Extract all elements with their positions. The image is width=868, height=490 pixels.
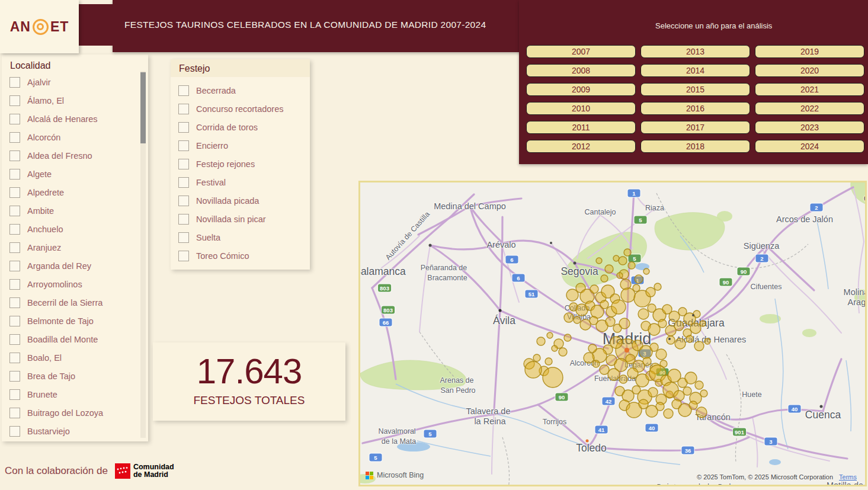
header-bar-step <box>79 4 113 46</box>
localidad-item[interactable]: Boalo, El <box>2 348 148 367</box>
localidad-item[interactable]: Álamo, El <box>2 91 148 110</box>
checkbox-icon[interactable] <box>178 122 189 133</box>
localidad-item[interactable]: Becerril de la Sierra <box>2 293 148 312</box>
localidad-item[interactable]: Brunete <box>2 385 148 403</box>
checkbox-icon[interactable] <box>178 104 189 114</box>
checkbox-icon[interactable] <box>9 279 20 290</box>
terms-link[interactable]: Terms <box>839 473 857 481</box>
page-title: FESTEJOS TAURINOS CELEBRADOS EN LA COMUN… <box>124 20 486 30</box>
checkbox-icon[interactable] <box>178 251 189 261</box>
year-button-2012[interactable]: 2012 <box>526 140 636 153</box>
festejo-item[interactable]: Festejo rejones <box>171 155 310 173</box>
festejo-item[interactable]: Suelta <box>171 228 310 246</box>
year-button-2023[interactable]: 2023 <box>755 121 864 134</box>
localidad-item[interactable]: Boadilla del Monte <box>2 330 148 348</box>
checkbox-icon[interactable] <box>178 159 189 169</box>
year-button-2022[interactable]: 2022 <box>755 102 864 115</box>
checkbox-icon[interactable] <box>9 316 20 326</box>
festejo-item[interactable]: Concurso recortadores <box>171 100 310 118</box>
localidad-item[interactable]: Arroyomolinos <box>2 275 148 293</box>
localidad-item-label: Alcalá de Henares <box>27 114 98 124</box>
localidad-item[interactable]: Ajalvir <box>2 73 148 91</box>
year-button-2007[interactable]: 2007 <box>526 45 636 58</box>
festejo-item[interactable]: Becerrada <box>171 81 310 100</box>
festejos-map[interactable]: Medina del CampoCantalejoRiazaArcos de J… <box>358 181 867 486</box>
year-button-2016[interactable]: 2016 <box>640 102 750 115</box>
checkbox-icon[interactable] <box>178 85 189 96</box>
localidad-item[interactable]: Ambite <box>2 201 148 220</box>
year-button-2017[interactable]: 2017 <box>640 121 750 134</box>
localidad-item[interactable]: Belmonte de Tajo <box>2 312 148 330</box>
festejo-item[interactable]: Toreo Cómico <box>171 246 310 265</box>
localidad-item[interactable]: Aldea del Fresno <box>2 146 148 165</box>
kpi-value: 17.643 <box>153 351 345 392</box>
checkbox-icon[interactable] <box>178 140 189 151</box>
localidad-item-label: Belmonte de Tajo <box>27 316 94 326</box>
checkbox-icon[interactable] <box>9 408 20 418</box>
localidad-item-label: Bustarviejo <box>27 427 70 436</box>
checkbox-icon[interactable] <box>9 371 20 382</box>
dashboard-page: FESTEJOS TAURINOS CELEBRADOS EN LA COMUN… <box>0 0 868 490</box>
year-button-2015[interactable]: 2015 <box>640 83 750 96</box>
year-button-2018[interactable]: 2018 <box>640 140 750 153</box>
checkbox-icon[interactable] <box>9 426 20 437</box>
checkbox-icon[interactable] <box>178 214 189 225</box>
year-button-2020[interactable]: 2020 <box>755 64 864 77</box>
festejo-item[interactable]: Novillada picada <box>171 191 310 210</box>
checkbox-icon[interactable] <box>9 353 20 363</box>
localidad-item-label: Anchuelo <box>27 225 63 234</box>
localidad-item[interactable]: Anchuelo <box>2 220 148 238</box>
checkbox-icon[interactable] <box>178 196 189 206</box>
checkbox-icon[interactable] <box>9 224 20 235</box>
checkbox-icon[interactable] <box>9 334 20 345</box>
year-button-2009[interactable]: 2009 <box>526 83 636 96</box>
checkbox-icon[interactable] <box>9 169 20 180</box>
localidad-item[interactable]: Brea de Tajo <box>2 367 148 385</box>
localidad-item-label: Alcorcón <box>27 133 60 142</box>
festejo-item[interactable]: Encierro <box>171 136 310 155</box>
localidad-item[interactable]: Alcorcón <box>2 128 148 146</box>
localidad-item-label: Algete <box>27 169 52 179</box>
scrollbar-thumb[interactable] <box>140 72 146 143</box>
localidad-item[interactable]: Buitrago del Lozoya <box>2 403 148 422</box>
checkbox-icon[interactable] <box>9 132 20 143</box>
localidad-item[interactable]: Bustarviejo <box>2 422 148 440</box>
festejo-item[interactable]: Corrida de toros <box>171 118 310 136</box>
checkbox-icon[interactable] <box>9 261 20 271</box>
festejo-item-label: Becerrada <box>196 86 236 95</box>
localidad-item-label: Arroyomolinos <box>27 280 82 289</box>
checkbox-icon[interactable] <box>9 187 20 198</box>
localidad-item[interactable]: Alcalá de Henares <box>2 110 148 128</box>
checkbox-icon[interactable] <box>9 242 20 253</box>
year-button-2019[interactable]: 2019 <box>755 45 864 58</box>
year-button-2021[interactable]: 2021 <box>755 83 864 96</box>
anoet-target-icon <box>33 19 49 35</box>
localidad-item[interactable]: Alpedrete <box>2 183 148 201</box>
localidad-item[interactable]: Aranjuez <box>2 238 148 257</box>
localidad-item[interactable]: Arganda del Rey <box>2 257 148 275</box>
year-button-2010[interactable]: 2010 <box>526 102 636 115</box>
checkbox-icon[interactable] <box>9 206 20 216</box>
year-button-2014[interactable]: 2014 <box>640 64 750 77</box>
checkbox-icon[interactable] <box>178 177 189 188</box>
checkbox-icon[interactable] <box>178 232 189 243</box>
checkbox-icon[interactable] <box>9 150 20 161</box>
year-slicer-title: Seleccione un año para el análisis <box>655 21 772 30</box>
comunidad-madrid-flag-icon <box>115 463 130 479</box>
checkbox-icon[interactable] <box>9 297 20 308</box>
year-button-2013[interactable]: 2013 <box>640 45 750 58</box>
year-button-2008[interactable]: 2008 <box>526 64 636 77</box>
checkbox-icon[interactable] <box>9 114 20 124</box>
checkbox-icon[interactable] <box>9 389 20 400</box>
festejo-item[interactable]: Festival <box>171 173 310 191</box>
year-button-2024[interactable]: 2024 <box>755 140 864 153</box>
year-grid: 2007200820092010201120122013201420152016… <box>526 45 864 153</box>
checkbox-icon[interactable] <box>9 77 20 88</box>
localidad-item-label: Brea de Tajo <box>27 371 75 381</box>
year-button-2011[interactable]: 2011 <box>526 121 636 134</box>
comunidad-madrid-logo: Comunidad de Madrid <box>115 463 174 479</box>
localidad-item[interactable]: Algete <box>2 165 148 183</box>
copyright-text: © 2025 TomTom, © 2025 Microsoft Corporat… <box>697 473 833 481</box>
checkbox-icon[interactable] <box>9 95 20 106</box>
festejo-item[interactable]: Novillada sin picar <box>171 210 310 228</box>
